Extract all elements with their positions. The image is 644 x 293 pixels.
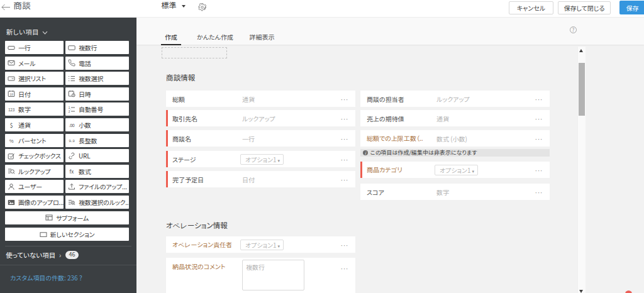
- svg-text:18: 18: [9, 92, 13, 96]
- svg-text:2: 2: [69, 109, 70, 113]
